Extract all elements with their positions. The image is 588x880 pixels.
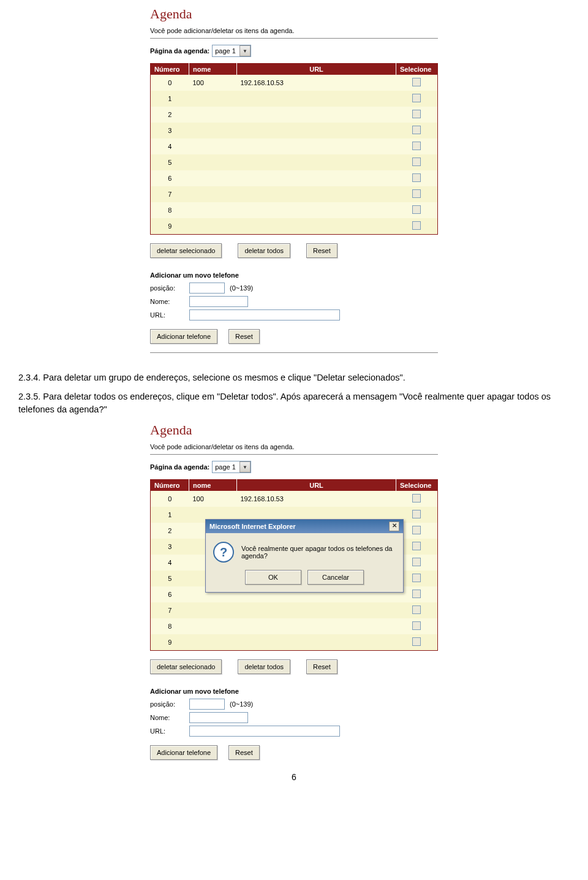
page-label: Página da agenda: [150,47,209,55]
cell-nome [189,170,237,186]
label-url: URL: [150,311,184,319]
panel-subtitle: Você pode adicionar/deletar os itens da … [150,443,438,450]
cell-selecione [396,138,438,154]
cell-selecione [396,91,438,107]
label-nome: Nome: [150,298,184,305]
cell-selecione [396,618,438,634]
th-nome: nome [189,64,237,75]
page-number: 6 [0,772,588,782]
cell-numero: 9 [151,634,189,651]
delete-selected-button[interactable]: deletar selecionado [150,659,222,674]
table-row: 9 [151,218,438,235]
cell-selecione [396,154,438,170]
select-checkbox[interactable] [412,157,421,166]
cell-numero: 4 [151,138,189,154]
select-checkbox[interactable] [412,590,421,598]
chevron-down-icon[interactable]: ▼ [239,45,251,56]
label-posicao: posição: [150,284,184,292]
input-url[interactable] [189,726,340,737]
cell-numero: 2 [151,107,189,123]
select-checkbox[interactable] [412,621,421,630]
cell-numero: 0 [151,75,189,91]
cell-numero: 1 [151,507,189,523]
hint-posicao: (0~139) [230,284,253,292]
paragraph-235: 2.3.5. Para deletar todos os endereços, … [18,390,570,416]
reset-button[interactable]: Reset [306,659,337,674]
hint-posicao: (0~139) [230,700,253,708]
label-posicao: posição: [150,700,184,708]
confirm-dialog: Microsoft Internet Explorer ✕ ? Você rea… [205,519,404,593]
cell-numero: 3 [151,539,189,555]
cell-nome [189,602,237,618]
table-row: 6 [151,170,438,186]
cell-nome [189,218,237,235]
select-checkbox[interactable] [412,78,421,86]
select-checkbox[interactable] [412,510,421,518]
cell-selecione [396,602,438,618]
cell-numero: 0 [151,491,189,507]
cell-numero: 4 [151,555,189,571]
input-nome[interactable] [189,712,248,723]
select-checkbox[interactable] [412,205,421,214]
cell-selecione [396,123,438,138]
page-select[interactable]: page 1 ▼ [212,45,251,57]
add-phone-heading: Adicionar um novo telefone [150,271,438,279]
select-checkbox[interactable] [412,494,421,503]
cell-url [237,138,396,154]
cell-url: 192.168.10.53 [237,75,396,91]
select-checkbox[interactable] [412,173,421,182]
cell-url [237,186,396,202]
cell-url [237,218,396,235]
page-select[interactable]: page 1 ▼ [212,461,251,473]
cancel-button[interactable]: Cancelar [307,570,364,585]
th-selecione: Selecione [396,64,438,75]
input-posicao[interactable] [189,283,225,294]
cell-nome [189,154,237,170]
cell-selecione [396,491,438,507]
cell-url: 192.168.10.53 [237,491,396,507]
delete-all-button[interactable]: deletar todos [238,659,290,674]
select-checkbox[interactable] [412,189,421,198]
cell-selecione [396,186,438,202]
cell-numero: 8 [151,618,189,634]
select-checkbox[interactable] [412,637,421,646]
reset-button[interactable]: Reset [306,243,337,258]
close-icon[interactable]: ✕ [389,522,399,531]
ok-button[interactable]: OK [245,570,301,585]
table-row: 3 [151,123,438,138]
input-nome[interactable] [189,296,248,307]
select-checkbox[interactable] [412,526,421,534]
select-checkbox[interactable] [412,605,421,614]
select-checkbox[interactable] [412,574,421,582]
cell-nome [189,91,237,107]
add-phone-button[interactable]: Adicionar telefone [150,745,217,760]
divider [150,38,438,39]
delete-all-button[interactable]: deletar todos [238,243,290,258]
input-url[interactable] [189,309,340,321]
th-numero: Número [151,480,189,491]
cell-url [237,170,396,186]
cell-selecione [396,218,438,235]
select-checkbox[interactable] [412,126,421,134]
select-checkbox[interactable] [412,542,421,550]
delete-selected-button[interactable]: deletar selecionado [150,243,222,258]
cell-selecione [396,170,438,186]
add-phone-button[interactable]: Adicionar telefone [150,329,217,344]
agenda-panel-1: Agenda Você pode adicionar/deletar os it… [150,6,438,353]
select-checkbox[interactable] [412,110,421,118]
chevron-down-icon[interactable]: ▼ [239,461,251,472]
question-icon: ? [213,542,234,563]
page-select-value: page 1 [215,463,236,471]
cell-numero: 9 [151,218,189,235]
cell-url [237,602,396,618]
cell-url [237,202,396,218]
reset-button-2[interactable]: Reset [228,329,260,344]
select-checkbox[interactable] [412,94,421,102]
cell-selecione [396,107,438,123]
input-posicao[interactable] [189,699,225,710]
reset-button-2[interactable]: Reset [228,745,260,760]
cell-url [237,123,396,138]
select-checkbox[interactable] [412,142,421,150]
select-checkbox[interactable] [412,558,421,566]
select-checkbox[interactable] [412,221,421,230]
